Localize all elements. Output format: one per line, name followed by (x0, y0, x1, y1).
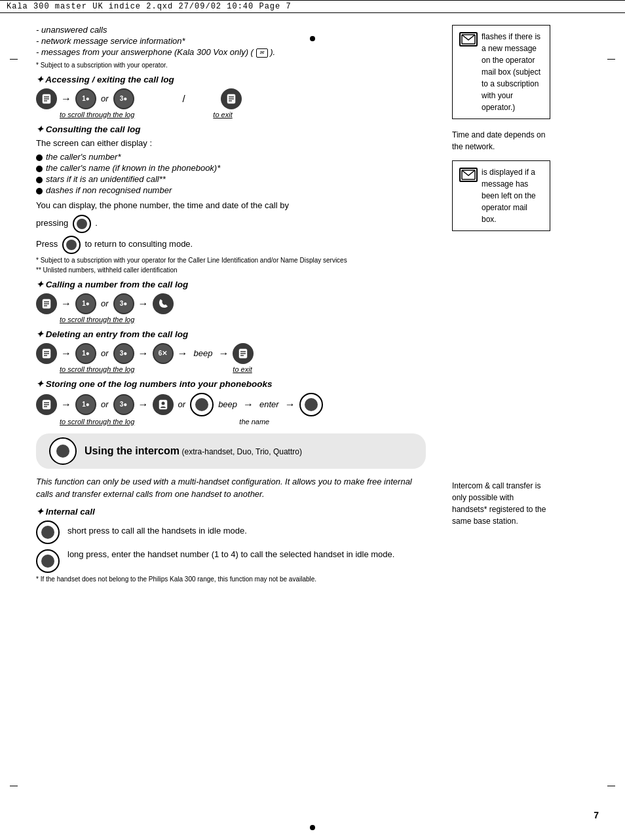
exit-label-4: to exit (233, 365, 252, 373)
name-label-5: the name (239, 418, 269, 426)
circle-bullet-3 (36, 177, 43, 183)
log-btn-4b (233, 343, 254, 364)
note2: ** Unlisted numbers, withheld caller ide… (36, 266, 426, 274)
beep-4: beep (194, 348, 213, 358)
consult-bullet-2: the caller's name (if known in the phone… (36, 163, 426, 173)
header-bar: Kala 300 master UK indice 2.qxd 27/09/02… (0, 0, 625, 13)
section5-heading: Storing one of the log numbers into your… (36, 378, 426, 389)
press-ok-btn (62, 236, 81, 254)
right-mark-top (607, 59, 615, 60)
log-svg-5a (41, 399, 52, 411)
page-number: 7 (594, 810, 599, 820)
nav-btn-1: 1● (75, 88, 96, 109)
intercom-sidebar-text: Intercom & call transfer is only possibl… (452, 480, 550, 527)
envelope-svg-2 (461, 170, 476, 180)
long-press-ok (36, 549, 60, 573)
sidebar-box1: flashes if there is a new message on the… (452, 25, 550, 119)
section5-labels: to scroll through the log the name (36, 418, 426, 426)
log-svg-4a (41, 348, 52, 359)
bullet-1: unanswered calls (36, 25, 426, 35)
intro-bullets: unanswered calls network message service… (36, 25, 426, 58)
or-text-1: or (101, 94, 109, 103)
nav-btn-4-1: 1● (75, 343, 96, 364)
main-layout: unanswered calls network message service… (0, 13, 625, 597)
phonebook-svg (157, 399, 169, 411)
beep-5: beep (218, 399, 237, 409)
long-press-text: long press, enter the handset number (1 … (67, 548, 394, 561)
arrow-4c: → (178, 348, 188, 359)
envelope-inline: ✉ (256, 48, 268, 58)
header-text: Kala 300 master UK indice 2.qxd 27/09/02… (7, 2, 292, 11)
section1-icon-row: → 1● or 3● / (36, 88, 426, 119)
consult-bullet-3: stars if it is an unidentified call** (36, 174, 426, 184)
section1-labels: to scroll through the log to exit (36, 111, 426, 119)
arrow-5c: → (243, 399, 254, 411)
section1-icons: → 1● or 3● / (36, 88, 426, 109)
section5-icons: → 1● or 3● → (36, 393, 426, 416)
circle-bullet-4 (36, 188, 43, 194)
ok-center-dot-5b (305, 398, 318, 411)
arrow-5d: → (285, 399, 295, 411)
bullet-2: network message service information* (36, 36, 426, 46)
consulting-intro: The screen can either display : (36, 137, 426, 150)
pressing-ok-dot (77, 219, 87, 229)
or-text-5b: or (178, 399, 186, 409)
log-btn-3a (36, 293, 57, 314)
left-mark-top (10, 59, 18, 60)
circle-bullet-2 (36, 166, 43, 172)
phone-round-btn (153, 293, 174, 314)
circle-bullet-1 (36, 155, 43, 161)
section4-icons: → 1● or 3● → 6✕ → beep → (36, 343, 426, 364)
scroll-label-1: to scroll through the log (60, 111, 134, 119)
intercom-title-text: Using the intercom (extra-handset, Duo, … (85, 445, 302, 457)
arrow-5a: → (61, 399, 71, 411)
short-press-row: short press to call all the handsets in … (36, 520, 426, 544)
consult-bullet-4: dashes if non recognised number (36, 185, 426, 195)
log-icon-svg-exit (225, 93, 237, 105)
nav-btn-4-6: 6✕ (153, 343, 174, 364)
nav-btn-3: 3● (113, 88, 134, 109)
nav-btn-3-1: 1● (75, 293, 96, 314)
nav-btn-3-3: 3● (113, 293, 134, 314)
or-text-4: or (101, 348, 109, 358)
press-return-line: Press to return to consulting mode. (36, 236, 426, 254)
ok-ring-btn-5 (190, 393, 214, 416)
intercom-ok-dot (56, 445, 69, 458)
log-btn-1 (36, 88, 57, 109)
note1: * Subject to a subscription with your op… (36, 257, 426, 264)
scroll-label-3: to scroll through the log (60, 316, 134, 323)
section4-icon-row: → 1● or 3● → 6✕ → beep → (36, 343, 426, 373)
short-press-dot (41, 526, 54, 539)
left-mark-bottom (10, 786, 18, 786)
or-text-5a: or (101, 399, 109, 409)
consult-bullet-1: the caller's number* (36, 152, 426, 162)
left-content: unanswered calls network message service… (0, 13, 445, 597)
log-btn-4a (36, 343, 57, 364)
press-ok-dot (66, 240, 77, 250)
intercom-ok-btn (49, 437, 77, 465)
log-svg-4b (237, 348, 249, 359)
pressing-line: pressing . (36, 215, 426, 233)
nav-btn-4-3: 3● (113, 343, 134, 364)
section3-labels: to scroll through the log (36, 316, 426, 323)
intercom-footnote: * If the handset does not belong to the … (36, 575, 426, 583)
short-press-text: short press to call all the handsets in … (67, 524, 247, 538)
long-press-dot (41, 555, 54, 568)
short-press-ok (36, 520, 60, 544)
section3-heading: Calling a number from the call log (36, 279, 426, 289)
section1-heading: Accessing / exiting the call log (36, 74, 426, 84)
envelope-icon-2 (459, 168, 478, 182)
section3-icons: → 1● or 3● → (36, 293, 426, 314)
arrow-4b: → (138, 348, 149, 359)
intercom-box: Using the intercom (extra-handset, Duo, … (36, 433, 426, 469)
log-btn-5a (36, 394, 57, 415)
section5-icon-row: → 1● or 3● → (36, 393, 426, 426)
section3-icon-row: → 1● or 3● → (36, 293, 426, 323)
section2-heading: Consulting the call log (36, 124, 426, 134)
log-svg-3a (41, 298, 52, 310)
envelope-icon-1 (459, 32, 478, 46)
page-container: Kala 300 master UK indice 2.qxd 27/09/02… (0, 0, 625, 840)
sidebar-box2: is displayed if a message has been left … (452, 160, 550, 231)
small-note-1: * Subject to a subscription with your op… (36, 62, 426, 69)
arrow-5b: → (138, 399, 149, 411)
